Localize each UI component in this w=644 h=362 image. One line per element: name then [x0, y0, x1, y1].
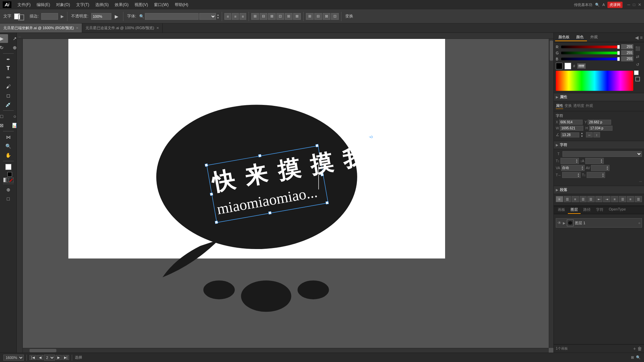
- canvas-area[interactable]: ...: [17, 33, 553, 353]
- menu-select[interactable]: 选择(S): [93, 1, 111, 8]
- g-value-input[interactable]: [621, 50, 633, 55]
- layers-tab-opentype[interactable]: OpenType: [606, 206, 629, 214]
- direct-select-tool[interactable]: ↗: [8, 34, 17, 43]
- menu-text[interactable]: 文字(T): [73, 1, 92, 8]
- draw-mode-btn[interactable]: ⊕: [2, 185, 15, 194]
- eraser-tool[interactable]: ◻: [2, 91, 15, 100]
- tab-2[interactable]: 元旦星已迫逼文件.ai @ 100% (RGB/预览) ✕: [82, 23, 162, 33]
- black-swatch[interactable]: [556, 63, 562, 69]
- b-slider-thumb[interactable]: [617, 57, 620, 61]
- layer-eye-icon[interactable]: 👁: [557, 221, 561, 225]
- minimize-btn[interactable]: ─: [627, 2, 630, 7]
- menu-effect[interactable]: 效果(G): [112, 1, 131, 8]
- char-expand-btn[interactable]: ···: [556, 179, 642, 184]
- layer-item-1[interactable]: 👁 ▶ 图层 1 ○: [556, 218, 642, 228]
- fill-square[interactable]: [5, 164, 11, 170]
- stroke-arrow[interactable]: ▶: [59, 14, 65, 19]
- para-last-right-btn[interactable]: ≡: [627, 196, 634, 202]
- para-all-btn[interactable]: ☰: [635, 196, 642, 202]
- para-center-btn[interactable]: ☰: [564, 196, 571, 202]
- h-scale-spinner[interactable]: ▲ ▼: [577, 173, 580, 177]
- menu-help[interactable]: 帮助(H): [172, 1, 191, 8]
- select-tool[interactable]: ▶: [0, 34, 8, 43]
- gradient-swatch[interactable]: [3, 178, 8, 182]
- maximize-btn[interactable]: □: [633, 2, 635, 7]
- h-input[interactable]: [589, 126, 612, 131]
- stroke-square[interactable]: [7, 172, 12, 177]
- color-eyedropper-icon[interactable]: ⬛: [634, 45, 641, 52]
- align-left-btn[interactable]: ≡: [224, 13, 231, 20]
- g-slider-track[interactable]: [561, 52, 620, 54]
- para-right-btn[interactable]: ≡: [572, 196, 579, 202]
- adobe-icon[interactable]: A: [602, 3, 605, 7]
- white-swatch[interactable]: [565, 63, 571, 69]
- align-btn-6[interactable]: ⊠: [293, 13, 301, 20]
- font-family-select[interactable]: [562, 151, 642, 157]
- align-center-btn[interactable]: ≡: [232, 13, 238, 20]
- rotate-tool[interactable]: ↻: [0, 43, 8, 52]
- prop-tab-attr[interactable]: 属性: [556, 103, 563, 109]
- dist-btn-2[interactable]: ⊟: [314, 13, 322, 20]
- prop-tab-transparency[interactable]: 透明度: [573, 103, 584, 109]
- brush-tool[interactable]: 🖌: [2, 82, 15, 91]
- prop-tab-appearance[interactable]: 外观: [586, 103, 593, 109]
- char-size-spinner[interactable]: ▲ ▼: [576, 159, 578, 163]
- pencil-tool[interactable]: ✏: [2, 73, 15, 82]
- blend-tool[interactable]: ⋈: [2, 133, 15, 141]
- flip-h-btn[interactable]: ↔: [586, 132, 593, 137]
- first-page-btn[interactable]: |◀: [30, 355, 37, 360]
- font-name-input[interactable]: [145, 13, 199, 20]
- align-btn-1[interactable]: ⊞: [251, 13, 259, 20]
- char-size-input[interactable]: [561, 159, 575, 163]
- layers-tab-layers[interactable]: 图层: [568, 206, 581, 214]
- align-btn-4[interactable]: ⊡: [276, 13, 284, 20]
- tracking-input[interactable]: [592, 166, 605, 170]
- line-height-spinner[interactable]: ▲ ▼: [600, 159, 603, 163]
- layers-tab-board[interactable]: 画板: [555, 206, 568, 214]
- menu-edit[interactable]: 编辑(E): [34, 1, 53, 8]
- eyedropper-tool[interactable]: 💉: [2, 100, 15, 109]
- scrollbar-vertical[interactable]: [549, 39, 553, 348]
- tracking-spinner[interactable]: ▲ ▼: [606, 166, 608, 170]
- stroke-color-swatch[interactable]: [18, 14, 24, 20]
- text-tool[interactable]: T: [2, 64, 15, 73]
- next-page-btn[interactable]: ▶: [56, 355, 62, 360]
- panel-collapse-btn[interactable]: ◀: [635, 35, 639, 40]
- w-input[interactable]: [560, 126, 583, 131]
- font-style-select[interactable]: [199, 13, 216, 20]
- color-reset-icon[interactable]: ↺: [634, 61, 641, 68]
- para-last-left-btn[interactable]: ≡: [611, 196, 619, 202]
- r-slider-track[interactable]: [561, 46, 620, 48]
- v-scale-spinner[interactable]: ▲ ▼: [602, 173, 604, 177]
- r-slider-thumb[interactable]: [617, 45, 620, 49]
- para-section-header[interactable]: ▶ 段落: [554, 186, 644, 194]
- zoom-tool[interactable]: 🔍: [2, 142, 15, 150]
- scrollbar-thumb-h[interactable]: [30, 349, 56, 352]
- para-indent-l-btn[interactable]: ⇤: [595, 196, 603, 202]
- stroke-input[interactable]: [41, 13, 58, 20]
- color-squares[interactable]: [5, 164, 11, 175]
- panel-menu-btn[interactable]: ≡: [640, 35, 643, 40]
- stroke-icon[interactable]: [635, 77, 640, 81]
- hex-value[interactable]: ffffff: [577, 63, 586, 69]
- layers-tab-path[interactable]: 路径: [581, 206, 593, 214]
- h-scale-input[interactable]: [563, 173, 577, 177]
- page-select[interactable]: 2: [44, 355, 55, 361]
- para-indent-r-btn[interactable]: ⇥: [603, 196, 610, 202]
- menu-view[interactable]: 视图(V): [132, 1, 151, 8]
- last-page-btn[interactable]: ▶|: [62, 355, 69, 360]
- b-slider-track[interactable]: [561, 58, 620, 60]
- align-btn-5[interactable]: ⊞: [285, 13, 292, 20]
- rect-tool[interactable]: □: [0, 112, 8, 121]
- line-height-input[interactable]: [586, 159, 600, 163]
- dist-btn-1[interactable]: ⊞: [306, 13, 314, 20]
- tab-1[interactable]: 元旦星已端坐解并.ai @ 1600% (RGB/预览) ✕: [0, 23, 82, 33]
- fill-icon[interactable]: [634, 70, 639, 75]
- panel-tab-appearance[interactable]: 外观: [587, 34, 601, 41]
- screen-mode-btn[interactable]: □: [2, 194, 15, 203]
- opacity-input[interactable]: [91, 13, 111, 20]
- para-justify-btn[interactable]: ☰: [580, 196, 587, 202]
- tab-2-close[interactable]: ✕: [156, 26, 159, 30]
- para-left-btn[interactable]: ≡: [556, 196, 563, 202]
- add-layer-btn[interactable]: +: [633, 346, 636, 351]
